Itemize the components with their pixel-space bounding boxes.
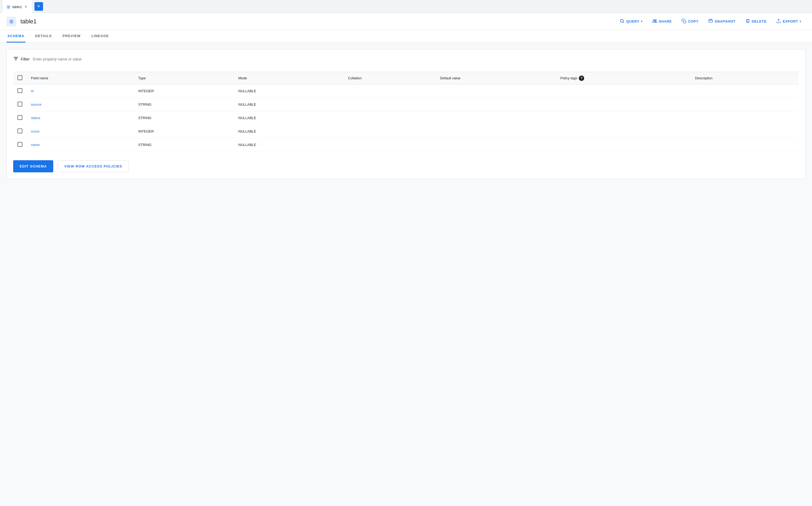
tab-lineage[interactable]: LINEAGE bbox=[90, 30, 110, 43]
header-field-name: Field name bbox=[27, 72, 134, 84]
row-default-value bbox=[436, 125, 556, 138]
row-default-value bbox=[436, 98, 556, 111]
header-default-value: Default value bbox=[436, 72, 556, 84]
active-tab[interactable]: ⊞ table1 × bbox=[2, 0, 32, 13]
row-mode: NULLABLE bbox=[234, 138, 344, 152]
copy-button[interactable]: COPY bbox=[677, 16, 703, 27]
svg-point-0 bbox=[621, 19, 624, 22]
row-checkbox-cell bbox=[13, 111, 27, 125]
filter-icon bbox=[13, 56, 18, 62]
row-policy-tags bbox=[556, 111, 691, 125]
svg-point-2 bbox=[656, 19, 657, 20]
snapshot-label: SNAPSHOT bbox=[715, 19, 735, 23]
filter-row: Filter bbox=[13, 56, 799, 66]
row-collation bbox=[344, 138, 436, 152]
row-policy-tags bbox=[556, 84, 691, 98]
row-policy-tags bbox=[556, 98, 691, 111]
header-description: Description bbox=[691, 72, 799, 84]
row-field-name: id bbox=[27, 84, 134, 98]
table-row: name STRING NULLABLE bbox=[13, 138, 799, 152]
snapshot-button[interactable]: SNAPSHOT bbox=[704, 16, 740, 27]
main-toolbar: ⊞ table1 QUERY ▾ SHARE bbox=[0, 13, 812, 30]
row-collation bbox=[344, 125, 436, 138]
header-collation: Collation bbox=[344, 72, 436, 84]
snapshot-icon bbox=[708, 18, 713, 24]
delete-button[interactable]: DELETE bbox=[741, 16, 771, 27]
footer-buttons: EDIT SCHEMA VIEW ROW ACCESS POLICIES bbox=[13, 160, 799, 172]
toolbar-actions: QUERY ▾ SHARE COPY bbox=[616, 16, 806, 27]
table-header-row: Field name Type Mode Collation Default v… bbox=[13, 72, 799, 84]
row-type: STRING bbox=[134, 98, 234, 111]
query-dropdown-arrow: ▾ bbox=[641, 20, 643, 23]
row-collation bbox=[344, 98, 436, 111]
query-button[interactable]: QUERY ▾ bbox=[616, 16, 647, 27]
policy-tags-help-icon[interactable]: ? bbox=[579, 76, 584, 81]
tab-close-button[interactable]: × bbox=[24, 4, 27, 10]
content-area: Filter Field name Type Mode Collation De… bbox=[6, 49, 806, 179]
table-row: score INTEGER NULLABLE bbox=[13, 125, 799, 138]
filter-label-group: Filter bbox=[13, 56, 29, 62]
row-description bbox=[691, 125, 799, 138]
row-description bbox=[691, 84, 799, 98]
row-checkbox-4[interactable] bbox=[17, 142, 22, 147]
row-mode: NULLABLE bbox=[234, 111, 344, 125]
export-dropdown-arrow: ▾ bbox=[800, 20, 801, 23]
share-label: SHARE bbox=[659, 19, 672, 23]
row-field-name: score bbox=[27, 125, 134, 138]
row-description bbox=[691, 138, 799, 152]
field-link-status[interactable]: status bbox=[31, 116, 40, 120]
header-checkbox-cell bbox=[13, 72, 27, 84]
row-type: INTEGER bbox=[134, 84, 234, 98]
filter-text: Filter bbox=[21, 57, 29, 61]
field-link-name[interactable]: name bbox=[31, 143, 40, 147]
row-collation bbox=[344, 84, 436, 98]
tab-preview[interactable]: PREVIEW bbox=[62, 30, 82, 43]
row-checkbox-3[interactable] bbox=[17, 129, 22, 133]
row-mode: NULLABLE bbox=[234, 125, 344, 138]
sub-tabs: SCHEMA DETAILS PREVIEW LINEAGE bbox=[0, 30, 812, 43]
row-default-value bbox=[436, 111, 556, 125]
row-checkbox-2[interactable] bbox=[17, 115, 22, 120]
row-default-value bbox=[436, 138, 556, 152]
add-tab-button[interactable]: + bbox=[34, 2, 43, 11]
row-checkbox-1[interactable] bbox=[17, 102, 22, 106]
row-checkbox-cell bbox=[13, 138, 27, 152]
row-description bbox=[691, 98, 799, 111]
row-default-value bbox=[436, 84, 556, 98]
table-row: id INTEGER NULLABLE bbox=[13, 84, 799, 98]
delete-label: DELETE bbox=[752, 19, 766, 23]
delete-icon bbox=[745, 18, 750, 24]
share-icon bbox=[652, 18, 657, 24]
export-button[interactable]: EXPORT ▾ bbox=[772, 16, 806, 27]
copy-label: COPY bbox=[688, 19, 699, 23]
select-all-checkbox[interactable] bbox=[17, 75, 22, 80]
field-link-source[interactable]: source bbox=[31, 102, 42, 106]
table-tab-icon: ⊞ bbox=[7, 4, 10, 9]
tab-schema[interactable]: SCHEMA bbox=[6, 30, 25, 43]
svg-line-1 bbox=[623, 22, 624, 22]
schema-table: Field name Type Mode Collation Default v… bbox=[13, 72, 799, 152]
header-type: Type bbox=[134, 72, 234, 84]
row-type: INTEGER bbox=[134, 125, 234, 138]
row-checkbox-cell bbox=[13, 98, 27, 111]
table-row: status STRING NULLABLE bbox=[13, 111, 799, 125]
view-row-access-policies-button[interactable]: VIEW ROW ACCESS POLICIES bbox=[58, 160, 129, 172]
share-button[interactable]: SHARE bbox=[648, 16, 676, 27]
row-policy-tags bbox=[556, 125, 691, 138]
row-collation bbox=[344, 111, 436, 125]
row-checkbox-0[interactable] bbox=[17, 88, 22, 93]
filter-input[interactable] bbox=[33, 57, 799, 61]
table-icon: ⊞ bbox=[6, 17, 16, 26]
query-icon bbox=[620, 18, 625, 24]
field-link-score[interactable]: score bbox=[31, 129, 39, 133]
tab-label: table1 bbox=[12, 5, 22, 9]
tab-details[interactable]: DETAILS bbox=[34, 30, 53, 43]
row-mode: NULLABLE bbox=[234, 98, 344, 111]
header-policy-tags: Policy tags ? bbox=[556, 72, 691, 84]
row-field-name: source bbox=[27, 98, 134, 111]
edit-schema-button[interactable]: EDIT SCHEMA bbox=[13, 160, 53, 172]
row-field-name: name bbox=[27, 138, 134, 152]
header-mode: Mode bbox=[234, 72, 344, 84]
field-link-id[interactable]: id bbox=[31, 89, 33, 93]
table-row: source STRING NULLABLE bbox=[13, 98, 799, 111]
